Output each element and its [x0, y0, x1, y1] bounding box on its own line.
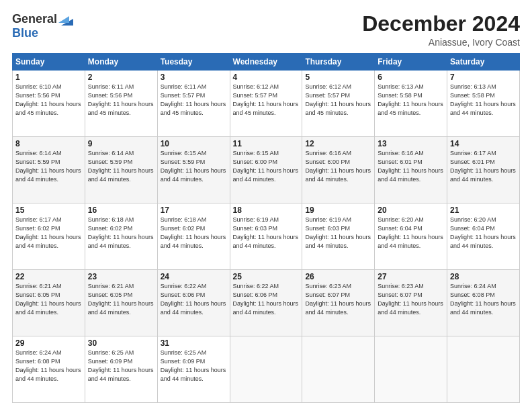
- calendar-cell: 17 Sunrise: 6:18 AMSunset: 6:02 PMDaylig…: [157, 203, 230, 270]
- calendar-cell: 16 Sunrise: 6:18 AMSunset: 6:02 PMDaylig…: [85, 203, 157, 270]
- calendar-week-row: 29 Sunrise: 6:24 AMSunset: 6:08 PMDaylig…: [13, 336, 520, 403]
- calendar-cell: 26 Sunrise: 6:23 AMSunset: 6:07 PMDaylig…: [302, 270, 375, 336]
- day-number: 28: [450, 272, 517, 281]
- weekday-header-thursday: Thursday: [302, 54, 375, 71]
- title-area: December 2024 Aniassue, Ivory Coast: [362, 12, 520, 48]
- logo: General Blue: [12, 12, 73, 40]
- calendar-cell: 29 Sunrise: 6:24 AMSunset: 6:08 PMDaylig…: [13, 336, 85, 403]
- day-number: 20: [378, 205, 444, 215]
- calendar-cell: 4 Sunrise: 6:12 AMSunset: 5:57 PMDayligh…: [230, 71, 302, 137]
- calendar-week-row: 15 Sunrise: 6:17 AMSunset: 6:02 PMDaylig…: [13, 203, 520, 270]
- day-info: Sunrise: 6:16 AMSunset: 6:00 PMDaylight:…: [305, 149, 371, 184]
- svg-marker-1: [58, 16, 69, 23]
- calendar-cell: 13 Sunrise: 6:16 AMSunset: 6:01 PMDaylig…: [375, 137, 447, 203]
- day-info: Sunrise: 6:22 AMSunset: 6:06 PMDaylight:…: [161, 282, 227, 317]
- day-number: 4: [233, 73, 300, 82]
- calendar-cell: 10 Sunrise: 6:15 AMSunset: 5:59 PMDaylig…: [157, 137, 230, 203]
- day-number: 3: [161, 73, 227, 82]
- day-number: 24: [161, 272, 227, 281]
- calendar-cell: 9 Sunrise: 6:14 AMSunset: 5:59 PMDayligh…: [85, 137, 157, 203]
- day-info: Sunrise: 6:25 AMSunset: 6:09 PMDaylight:…: [88, 349, 154, 383]
- calendar-cell: 1 Sunrise: 6:10 AMSunset: 5:56 PMDayligh…: [13, 71, 85, 137]
- day-info: Sunrise: 6:11 AMSunset: 5:57 PMDaylight:…: [161, 83, 227, 118]
- day-info: Sunrise: 6:15 AMSunset: 5:59 PMDaylight:…: [161, 149, 227, 184]
- calendar-cell: 15 Sunrise: 6:17 AMSunset: 6:02 PMDaylig…: [13, 203, 85, 270]
- day-info: Sunrise: 6:20 AMSunset: 6:04 PMDaylight:…: [450, 216, 517, 250]
- day-number: 7: [450, 73, 517, 82]
- day-info: Sunrise: 6:11 AMSunset: 5:56 PMDaylight:…: [88, 83, 154, 118]
- calendar-week-row: 8 Sunrise: 6:14 AMSunset: 5:59 PMDayligh…: [13, 137, 520, 203]
- day-info: Sunrise: 6:12 AMSunset: 5:57 PMDaylight:…: [233, 83, 300, 118]
- calendar-cell: 23 Sunrise: 6:21 AMSunset: 6:05 PMDaylig…: [85, 270, 157, 336]
- day-number: 1: [15, 73, 82, 82]
- day-info: Sunrise: 6:18 AMSunset: 6:02 PMDaylight:…: [161, 216, 227, 250]
- day-info: Sunrise: 6:17 AMSunset: 6:01 PMDaylight:…: [450, 149, 517, 184]
- day-number: 25: [233, 272, 300, 281]
- day-info: Sunrise: 6:23 AMSunset: 6:07 PMDaylight:…: [305, 282, 371, 317]
- page: General Blue December 2024 Aniassue, Ivo…: [0, 0, 532, 411]
- calendar-body: 1 Sunrise: 6:10 AMSunset: 5:56 PMDayligh…: [13, 71, 520, 403]
- day-number: 26: [305, 272, 371, 281]
- day-number: 30: [88, 338, 154, 348]
- day-number: 8: [15, 139, 82, 148]
- logo-blue-text: Blue: [12, 26, 38, 40]
- calendar-cell: 27 Sunrise: 6:23 AMSunset: 6:07 PMDaylig…: [375, 270, 447, 336]
- calendar-cell: 20 Sunrise: 6:20 AMSunset: 6:04 PMDaylig…: [375, 203, 447, 270]
- calendar-week-row: 1 Sunrise: 6:10 AMSunset: 5:56 PMDayligh…: [13, 71, 520, 137]
- calendar-cell: 6 Sunrise: 6:13 AMSunset: 5:58 PMDayligh…: [375, 71, 447, 137]
- day-info: Sunrise: 6:17 AMSunset: 6:02 PMDaylight:…: [15, 216, 82, 250]
- day-info: Sunrise: 6:21 AMSunset: 6:05 PMDaylight:…: [88, 282, 154, 317]
- weekday-header-monday: Monday: [85, 54, 157, 71]
- calendar-cell: [302, 336, 375, 403]
- day-info: Sunrise: 6:14 AMSunset: 5:59 PMDaylight:…: [15, 149, 82, 184]
- day-info: Sunrise: 6:13 AMSunset: 5:58 PMDaylight:…: [450, 83, 517, 118]
- weekday-header-wednesday: Wednesday: [230, 54, 302, 71]
- day-number: 13: [378, 139, 444, 148]
- day-info: Sunrise: 6:12 AMSunset: 5:57 PMDaylight:…: [305, 83, 371, 118]
- calendar-cell: 28 Sunrise: 6:24 AMSunset: 6:08 PMDaylig…: [447, 270, 520, 336]
- calendar-cell: 24 Sunrise: 6:22 AMSunset: 6:06 PMDaylig…: [157, 270, 230, 336]
- day-number: 2: [88, 73, 154, 82]
- day-number: 14: [450, 139, 517, 148]
- day-info: Sunrise: 6:24 AMSunset: 6:08 PMDaylight:…: [450, 282, 517, 317]
- calendar-cell: 30 Sunrise: 6:25 AMSunset: 6:09 PMDaylig…: [85, 336, 157, 403]
- day-info: Sunrise: 6:15 AMSunset: 6:00 PMDaylight:…: [233, 149, 300, 184]
- day-info: Sunrise: 6:18 AMSunset: 6:02 PMDaylight:…: [88, 216, 154, 250]
- calendar-cell: 22 Sunrise: 6:21 AMSunset: 6:05 PMDaylig…: [13, 270, 85, 336]
- day-number: 6: [378, 73, 444, 82]
- calendar-cell: 25 Sunrise: 6:22 AMSunset: 6:06 PMDaylig…: [230, 270, 302, 336]
- location: Aniassue, Ivory Coast: [362, 37, 520, 48]
- day-info: Sunrise: 6:25 AMSunset: 6:09 PMDaylight:…: [161, 349, 227, 383]
- calendar-cell: 2 Sunrise: 6:11 AMSunset: 5:56 PMDayligh…: [85, 71, 157, 137]
- day-number: 27: [378, 272, 444, 281]
- logo-general-text: General: [12, 12, 57, 26]
- calendar-cell: 5 Sunrise: 6:12 AMSunset: 5:57 PMDayligh…: [302, 71, 375, 137]
- month-title: December 2024: [362, 12, 520, 36]
- calendar-cell: 11 Sunrise: 6:15 AMSunset: 6:00 PMDaylig…: [230, 137, 302, 203]
- calendar-cell: [375, 336, 447, 403]
- day-number: 12: [305, 139, 371, 148]
- day-info: Sunrise: 6:19 AMSunset: 6:03 PMDaylight:…: [305, 216, 371, 250]
- calendar-cell: 7 Sunrise: 6:13 AMSunset: 5:58 PMDayligh…: [447, 71, 520, 137]
- day-info: Sunrise: 6:14 AMSunset: 5:59 PMDaylight:…: [88, 149, 154, 184]
- calendar-cell: 3 Sunrise: 6:11 AMSunset: 5:57 PMDayligh…: [157, 71, 230, 137]
- day-number: 29: [15, 338, 82, 348]
- day-number: 19: [305, 205, 371, 215]
- weekday-header-friday: Friday: [375, 54, 447, 71]
- day-number: 31: [161, 338, 227, 348]
- day-info: Sunrise: 6:10 AMSunset: 5:56 PMDaylight:…: [15, 83, 82, 118]
- day-number: 23: [88, 272, 154, 281]
- calendar-header-row: SundayMondayTuesdayWednesdayThursdayFrid…: [13, 54, 520, 71]
- calendar-cell: 19 Sunrise: 6:19 AMSunset: 6:03 PMDaylig…: [302, 203, 375, 270]
- day-number: 16: [88, 205, 154, 215]
- weekday-header-saturday: Saturday: [447, 54, 520, 71]
- calendar-week-row: 22 Sunrise: 6:21 AMSunset: 6:05 PMDaylig…: [13, 270, 520, 336]
- logo-icon: [58, 13, 73, 26]
- weekday-header-sunday: Sunday: [13, 54, 85, 71]
- calendar-table: SundayMondayTuesdayWednesdayThursdayFrid…: [12, 53, 520, 403]
- day-number: 5: [305, 73, 371, 82]
- day-number: 21: [450, 205, 517, 215]
- day-number: 10: [161, 139, 227, 148]
- day-info: Sunrise: 6:20 AMSunset: 6:04 PMDaylight:…: [378, 216, 444, 250]
- day-number: 18: [233, 205, 300, 215]
